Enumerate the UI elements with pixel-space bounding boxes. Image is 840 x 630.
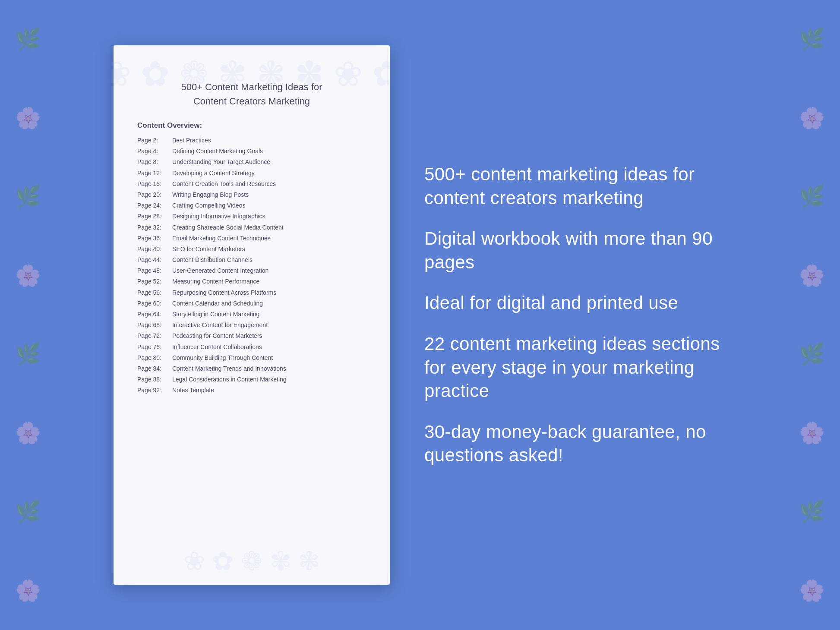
document-card: ❀ ✿ ❁ ✾ ❃ ✽ ❀ ✿ 500+ Content Marketing I… xyxy=(114,45,390,585)
toc-item-title: Content Calendar and Scheduling xyxy=(172,298,263,309)
toc-item-title: Podcasting for Content Marketers xyxy=(172,331,262,341)
toc-item: Page 88:Legal Considerations in Content … xyxy=(137,374,366,385)
toc-page-number: Page 80: xyxy=(137,353,170,363)
toc-page-number: Page 40: xyxy=(137,244,170,255)
toc-page-number: Page 4: xyxy=(137,146,170,157)
toc-item: Page 20:Writing Engaging Blog Posts xyxy=(137,189,366,200)
toc-item-title: Best Practices xyxy=(172,135,211,146)
floral-icon: 🌿 xyxy=(15,344,41,365)
floral-icon: 🌿 xyxy=(15,501,41,522)
toc-item-title: Legal Considerations in Content Marketin… xyxy=(172,374,287,385)
toc-page-number: Page 64: xyxy=(137,309,170,320)
floral-icon: 🌸 xyxy=(15,423,41,444)
document-title: 500+ Content Marketing Ideas for Content… xyxy=(137,80,366,108)
toc-item: Page 48:User-Generated Content Integrati… xyxy=(137,265,366,276)
toc-item: Page 12:Developing a Content Strategy xyxy=(137,168,366,179)
toc-page-number: Page 2: xyxy=(137,135,170,146)
toc-item-title: Content Distribution Channels xyxy=(172,255,253,265)
toc-item-title: Creating Shareable Social Media Content xyxy=(172,222,284,233)
toc-item-title: User-Generated Content Integration xyxy=(172,265,268,276)
main-container: ❀ ✿ ❁ ✾ ❃ ✽ ❀ ✿ 500+ Content Marketing I… xyxy=(0,0,840,630)
toc-item: Page 56:Repurposing Content Across Platf… xyxy=(137,287,366,298)
toc-item: Page 8:Understanding Your Target Audienc… xyxy=(137,157,366,167)
floral-icon: 🌸 xyxy=(15,580,41,601)
watermark-bottom: ❀ ✿ ❁ ✾ ❃ xyxy=(183,546,320,576)
floral-icon: 🌿 xyxy=(799,186,825,207)
floral-icon: 🌿 xyxy=(15,29,41,50)
info-block: Digital workbook with more than 90 pages xyxy=(424,227,726,274)
toc-item: Page 40:SEO for Content Marketers xyxy=(137,244,366,255)
toc-item-title: Interactive Content for Engagement xyxy=(172,320,268,331)
toc-item: Page 84:Content Marketing Trends and Inn… xyxy=(137,363,366,374)
toc-item: Page 32:Creating Shareable Social Media … xyxy=(137,222,366,233)
toc-page-number: Page 44: xyxy=(137,255,170,265)
toc-page-number: Page 16: xyxy=(137,179,170,189)
toc-item-title: Designing Informative Infographics xyxy=(172,211,265,222)
toc-item: Page 68:Interactive Content for Engageme… xyxy=(137,320,366,331)
toc-page-number: Page 8: xyxy=(137,157,170,167)
toc-item: Page 64:Storytelling in Content Marketin… xyxy=(137,309,366,320)
toc-item: Page 36:Email Marketing Content Techniqu… xyxy=(137,233,366,244)
toc-page-number: Page 68: xyxy=(137,320,170,331)
floral-icon: 🌿 xyxy=(799,29,825,50)
toc-page-number: Page 60: xyxy=(137,298,170,309)
floral-border-right: 🌿 🌸 🌿 🌸 🌿 🌸 🌿 🌸 xyxy=(784,0,840,630)
info-block: 500+ content marketing ideas for content… xyxy=(424,163,726,210)
toc-item: Page 72:Podcasting for Content Marketers xyxy=(137,331,366,341)
toc-item-title: Measuring Content Performance xyxy=(172,276,259,287)
toc-item-title: Influencer Content Collaborations xyxy=(172,342,262,353)
toc-item-title: Content Creation Tools and Resources xyxy=(172,179,276,189)
toc-page-number: Page 72: xyxy=(137,331,170,341)
toc-page-number: Page 92: xyxy=(137,385,170,396)
toc-page-number: Page 84: xyxy=(137,363,170,374)
toc-item: Page 4:Defining Content Marketing Goals xyxy=(137,146,366,157)
toc-page-number: Page 20: xyxy=(137,189,170,200)
toc-item-title: Storytelling in Content Marketing xyxy=(172,309,259,320)
toc-item-title: Writing Engaging Blog Posts xyxy=(172,189,249,200)
toc-item-title: Community Building Through Content xyxy=(172,353,273,363)
toc-item: Page 28:Designing Informative Infographi… xyxy=(137,211,366,222)
toc-item-title: Defining Content Marketing Goals xyxy=(172,146,263,157)
toc-item: Page 2:Best Practices xyxy=(137,135,366,146)
floral-icon: 🌸 xyxy=(799,423,825,444)
floral-icon: 🌸 xyxy=(15,265,41,286)
toc-item-title: Crafting Compelling Videos xyxy=(172,200,245,211)
toc-item-title: Understanding Your Target Audience xyxy=(172,157,270,167)
toc-page-number: Page 12: xyxy=(137,168,170,179)
toc-page-number: Page 28: xyxy=(137,211,170,222)
toc-page-number: Page 52: xyxy=(137,276,170,287)
info-panel: 500+ content marketing ideas for content… xyxy=(424,163,726,467)
toc-item: Page 80:Community Building Through Conte… xyxy=(137,353,366,363)
toc-item-title: Notes Template xyxy=(172,385,214,396)
toc-section-title: Content Overview: xyxy=(137,121,366,130)
toc-page-number: Page 32: xyxy=(137,222,170,233)
toc-item: Page 76:Influencer Content Collaboration… xyxy=(137,342,366,353)
floral-icon: 🌸 xyxy=(799,265,825,286)
floral-icon: 🌸 xyxy=(799,580,825,601)
floral-icon: 🌿 xyxy=(15,186,41,207)
toc-page-number: Page 36: xyxy=(137,233,170,244)
toc-page-number: Page 88: xyxy=(137,374,170,385)
info-block: 22 content marketing ideas sections for … xyxy=(424,332,726,403)
toc-item: Page 24:Crafting Compelling Videos xyxy=(137,200,366,211)
toc-item-title: Content Marketing Trends and Innovations xyxy=(172,363,286,374)
toc-page-number: Page 24: xyxy=(137,200,170,211)
toc-item: Page 60:Content Calendar and Scheduling xyxy=(137,298,366,309)
table-of-contents: Page 2:Best PracticesPage 4:Defining Con… xyxy=(137,135,366,396)
toc-item: Page 44:Content Distribution Channels xyxy=(137,255,366,265)
toc-item-title: Developing a Content Strategy xyxy=(172,168,255,179)
floral-icon: 🌸 xyxy=(15,108,41,129)
floral-icon: 🌿 xyxy=(799,501,825,522)
floral-border-left: 🌿 🌸 🌿 🌸 🌿 🌸 🌿 🌸 xyxy=(0,0,56,630)
toc-item: Page 16:Content Creation Tools and Resou… xyxy=(137,179,366,189)
info-block: Ideal for digital and printed use xyxy=(424,291,726,315)
toc-item-title: Repurposing Content Across Platforms xyxy=(172,287,276,298)
toc-page-number: Page 48: xyxy=(137,265,170,276)
toc-item: Page 52:Measuring Content Performance xyxy=(137,276,366,287)
toc-item-title: Email Marketing Content Techniques xyxy=(172,233,271,244)
floral-icon: 🌿 xyxy=(799,344,825,365)
toc-item-title: SEO for Content Marketers xyxy=(172,244,245,255)
toc-page-number: Page 76: xyxy=(137,342,170,353)
info-block: 30-day money-back guarantee, no question… xyxy=(424,420,726,467)
floral-icon: 🌸 xyxy=(799,108,825,129)
